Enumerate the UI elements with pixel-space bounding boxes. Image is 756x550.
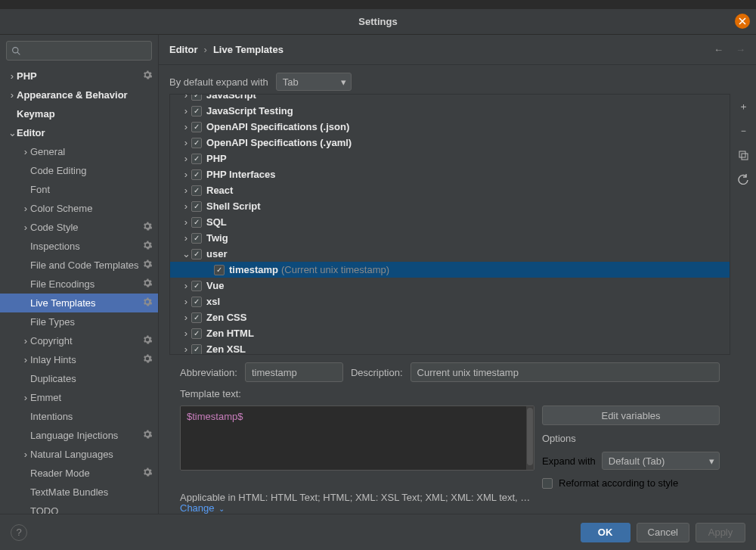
cancel-button[interactable]: Cancel: [637, 523, 689, 542]
gear-icon: [143, 430, 153, 441]
sidebar-item-intentions[interactable]: Intentions: [0, 407, 158, 426]
group-label: React: [206, 185, 233, 196]
group-checkbox[interactable]: [191, 138, 202, 148]
template-group[interactable]: ›PHP: [170, 151, 730, 166]
scrollbar[interactable]: [526, 406, 534, 470]
template-group[interactable]: ›xsl: [170, 294, 730, 309]
template-group[interactable]: ›Shell Script: [170, 198, 730, 214]
nav-forward-button[interactable]: →: [736, 44, 745, 55]
template-group[interactable]: ›Zen HTML: [170, 325, 730, 341]
group-checkbox[interactable]: [214, 265, 225, 275]
template-group[interactable]: ›OpenAPI Specifications (.yaml): [170, 135, 730, 151]
sidebar-item-file-and-code-templates[interactable]: File and Code Templates: [0, 256, 158, 275]
group-checkbox[interactable]: [191, 297, 202, 307]
sidebar-item-code-editing[interactable]: Code Editing: [0, 161, 158, 180]
window-close-button[interactable]: [735, 14, 750, 29]
group-label: Zen CSS: [206, 312, 246, 323]
sidebar-item-todo[interactable]: TODO: [0, 502, 158, 514]
template-group[interactable]: ›JavaScript: [170, 94, 730, 103]
ok-button[interactable]: OK: [581, 523, 631, 542]
template-item[interactable]: timestamp (Current unix timestamp): [170, 262, 730, 278]
template-group[interactable]: ›PHP Interfaces: [170, 166, 730, 182]
group-checkbox[interactable]: [191, 249, 202, 259]
group-checkbox[interactable]: [191, 281, 202, 291]
sidebar-item-duplicates[interactable]: Duplicates: [0, 369, 158, 388]
sidebar-item-label: TextMate Bundles: [30, 486, 153, 498]
expand-with-field-combo[interactable]: Default (Tab) ▾: [602, 452, 720, 470]
sidebar-item-inlay-hints[interactable]: ›Inlay Hints: [0, 350, 158, 369]
sidebar-item-label: File and Code Templates: [30, 259, 143, 271]
reformat-checkbox[interactable]: [542, 478, 553, 489]
group-checkbox[interactable]: [191, 312, 202, 323]
help-button[interactable]: ?: [11, 524, 27, 541]
add-button[interactable]: ＋: [736, 100, 750, 113]
sidebar-item-font[interactable]: Font: [0, 180, 158, 199]
group-checkbox[interactable]: [191, 94, 202, 101]
template-text-editor[interactable]: $timestamp$: [180, 406, 534, 471]
remove-button[interactable]: －: [736, 124, 750, 138]
chevron-down-icon: ▾: [341, 76, 346, 88]
revert-button[interactable]: [736, 172, 750, 186]
sidebar-item-keymap[interactable]: Keymap: [0, 104, 158, 123]
sidebar-item-label: Code Editing: [30, 165, 153, 176]
group-checkbox[interactable]: [191, 169, 202, 180]
chevron-right-icon: ›: [204, 44, 207, 55]
tree-arrow-icon: ›: [181, 280, 191, 291]
template-group[interactable]: ›Vue: [170, 278, 730, 294]
sidebar-item-live-templates[interactable]: Live Templates: [0, 294, 158, 312]
group-checkbox[interactable]: [191, 217, 202, 228]
group-checkbox[interactable]: [191, 328, 202, 339]
group-checkbox[interactable]: [191, 233, 202, 244]
sidebar-item-label: Copyright: [30, 335, 143, 346]
template-group[interactable]: ›React: [170, 182, 730, 198]
change-contexts-link[interactable]: Change ⌄: [169, 502, 730, 514]
group-checkbox[interactable]: [191, 106, 202, 117]
duplicate-button[interactable]: [736, 148, 750, 162]
group-label: OpenAPI Specifications (.yaml): [206, 137, 352, 148]
sidebar-item-copyright[interactable]: ›Copyright: [0, 331, 158, 350]
sidebar-item-general[interactable]: ›General: [0, 142, 158, 161]
group-label: timestamp: [229, 264, 278, 275]
window-title: Settings: [358, 16, 397, 27]
description-input[interactable]: [411, 362, 720, 382]
svg-rect-3: [742, 154, 748, 160]
sidebar-item-file-encodings[interactable]: File Encodings: [0, 275, 158, 294]
template-group[interactable]: ›SQL: [170, 214, 730, 230]
edit-variables-button[interactable]: Edit variables: [542, 406, 720, 425]
settings-search-input[interactable]: [6, 41, 152, 61]
template-group[interactable]: ›OpenAPI Specifications (.json): [170, 119, 730, 135]
group-checkbox[interactable]: [191, 154, 202, 164]
template-group[interactable]: ›JavaScript Testing: [170, 103, 730, 119]
sidebar-item-emmet[interactable]: ›Emmet: [0, 388, 158, 407]
template-group[interactable]: ⌄user: [170, 246, 730, 262]
sidebar-item-file-types[interactable]: File Types: [0, 312, 158, 331]
sidebar-item-language-injections[interactable]: Language Injections: [0, 426, 158, 445]
template-group[interactable]: ›Zen CSS: [170, 309, 730, 325]
template-group[interactable]: ›Twig: [170, 230, 730, 246]
template-group[interactable]: ›Zen XSL: [170, 341, 730, 355]
sidebar-item-label: General: [30, 146, 153, 157]
sidebar-item-editor[interactable]: ⌄Editor: [0, 123, 158, 142]
group-label: OpenAPI Specifications (.json): [206, 121, 349, 132]
sidebar-item-textmate-bundles[interactable]: TextMate Bundles: [0, 483, 158, 502]
sidebar-item-reader-mode[interactable]: Reader Mode: [0, 464, 158, 483]
tree-arrow-icon: ›: [181, 296, 191, 307]
template-group-list[interactable]: ›JavaScript›JavaScript Testing›OpenAPI S…: [169, 94, 730, 355]
group-checkbox[interactable]: [191, 185, 202, 196]
sidebar-item-code-style[interactable]: ›Code Style: [0, 218, 158, 237]
sidebar-item-php[interactable]: ›PHP: [0, 67, 158, 85]
abbreviation-input[interactable]: [245, 362, 343, 382]
sidebar-item-color-scheme[interactable]: ›Color Scheme: [0, 199, 158, 218]
settings-tree[interactable]: ›PHP›Appearance & BehaviorKeymap⌄Editor›…: [0, 67, 158, 514]
sidebar-item-natural-languages[interactable]: ›Natural Languages: [0, 445, 158, 464]
sidebar-item-appearance-behavior[interactable]: ›Appearance & Behavior: [0, 85, 158, 104]
nav-back-button[interactable]: ←: [714, 44, 723, 55]
sidebar-item-inspections[interactable]: Inspections: [0, 237, 158, 256]
apply-button[interactable]: Apply: [696, 523, 745, 542]
expand-with-combo[interactable]: Tab ▾: [276, 73, 352, 91]
group-label: JavaScript Testing: [206, 105, 293, 117]
group-checkbox[interactable]: [191, 122, 202, 132]
group-checkbox[interactable]: [191, 201, 202, 212]
group-checkbox[interactable]: [191, 344, 202, 355]
chevron-down-icon: ▾: [709, 455, 714, 467]
